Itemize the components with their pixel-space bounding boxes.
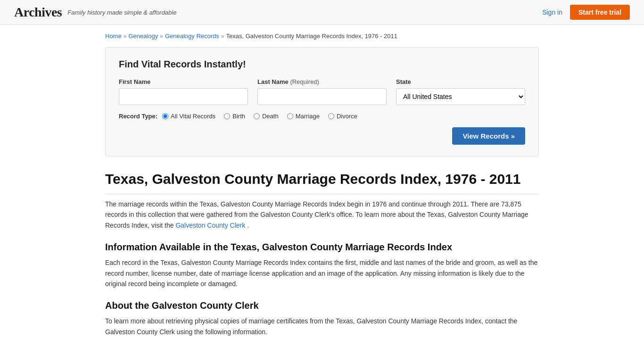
radio-input-birth[interactable] xyxy=(224,113,230,119)
site-logo: Archives xyxy=(14,5,62,20)
radio-label-divorce: Divorce xyxy=(337,113,357,120)
last-name-label: Last Name (Required) xyxy=(257,78,387,85)
record-type-label: Record Type: xyxy=(119,113,157,120)
view-records-button[interactable]: View Records » xyxy=(452,127,525,145)
radio-label-death: Death xyxy=(262,113,279,120)
radio-marriage[interactable]: Marriage xyxy=(287,113,320,120)
sign-in-link[interactable]: Sign in xyxy=(542,8,562,16)
state-select[interactable]: All United StatesAlabamaAlaskaArizonaArk… xyxy=(396,88,525,105)
breadcrumb-genealogy[interactable]: Genealogy xyxy=(128,33,158,40)
radio-input-all[interactable] xyxy=(162,113,168,119)
section1: Information Available in the Texas, Galv… xyxy=(105,242,539,289)
state-label: State xyxy=(396,78,525,85)
radio-group: All Vital RecordsBirthDeathMarriageDivor… xyxy=(162,113,357,120)
search-box: Find Vital Records Instantly! First Name… xyxy=(105,47,539,156)
radio-input-death[interactable] xyxy=(254,113,260,119)
radio-input-divorce[interactable] xyxy=(328,113,334,119)
section2: About the Galveston County Clerk To lear… xyxy=(105,300,539,337)
galveston-clerk-link[interactable]: Galveston County Clerk xyxy=(175,222,245,229)
first-name-label: First Name xyxy=(119,78,248,85)
breadcrumb-sep-2: » xyxy=(160,33,163,40)
header-right: Sign in Start free trial xyxy=(542,5,630,20)
radio-death[interactable]: Death xyxy=(254,113,279,120)
section1-text: Each record in the Texas, Galveston Coun… xyxy=(105,257,539,289)
site-tagline: Family history made simple & affordable xyxy=(67,9,176,16)
breadcrumb-sep-1: » xyxy=(124,33,127,40)
section2-text: To learn more about retrieving physical … xyxy=(105,316,539,337)
first-name-input[interactable] xyxy=(119,88,248,105)
radio-birth[interactable]: Birth xyxy=(224,113,245,120)
search-submit-row: View Records » xyxy=(119,127,525,145)
radio-all[interactable]: All Vital Records xyxy=(162,113,215,120)
intro-text: The marriage records within the Texas, G… xyxy=(105,199,539,230)
page-title: Texas, Galveston County Marriage Records… xyxy=(105,170,539,194)
last-name-required: (Required) xyxy=(290,78,319,85)
search-title: Find Vital Records Instantly! xyxy=(119,59,525,70)
search-fields: First Name Last Name (Required) State Al… xyxy=(119,78,525,105)
header-left: Archives Family history made simple & af… xyxy=(14,5,176,20)
free-trial-button[interactable]: Start free trial xyxy=(570,5,630,20)
last-name-input[interactable] xyxy=(257,88,387,105)
breadcrumb-records[interactable]: Genealogy Records xyxy=(165,33,219,40)
breadcrumb-current: Texas, Galveston County Marriage Records… xyxy=(226,33,397,40)
section1-heading: Information Available in the Texas, Galv… xyxy=(105,242,539,253)
breadcrumb-sep-3: » xyxy=(221,33,224,40)
intro-section: The marriage records within the Texas, G… xyxy=(105,199,539,230)
intro-text-after: . xyxy=(247,222,249,229)
state-group: State All United StatesAlabamaAlaskaAriz… xyxy=(396,78,525,105)
first-name-group: First Name xyxy=(119,78,248,105)
radio-input-marriage[interactable] xyxy=(287,113,293,119)
section2-heading: About the Galveston County Clerk xyxy=(105,300,539,311)
breadcrumb-home[interactable]: Home xyxy=(105,33,122,40)
intro-text-before: The marriage records within the Texas, G… xyxy=(105,200,528,229)
last-name-group: Last Name (Required) xyxy=(257,78,387,105)
record-type-row: Record Type: All Vital RecordsBirthDeath… xyxy=(119,113,525,120)
site-header: Archives Family history made simple & af… xyxy=(0,0,644,25)
main-content: Home » Genealogy » Genealogy Records » T… xyxy=(96,25,548,356)
radio-label-all: All Vital Records xyxy=(171,113,215,120)
radio-label-birth: Birth xyxy=(232,113,245,120)
radio-label-marriage: Marriage xyxy=(296,113,320,120)
radio-divorce[interactable]: Divorce xyxy=(328,113,357,120)
breadcrumb: Home » Genealogy » Genealogy Records » T… xyxy=(105,33,539,40)
